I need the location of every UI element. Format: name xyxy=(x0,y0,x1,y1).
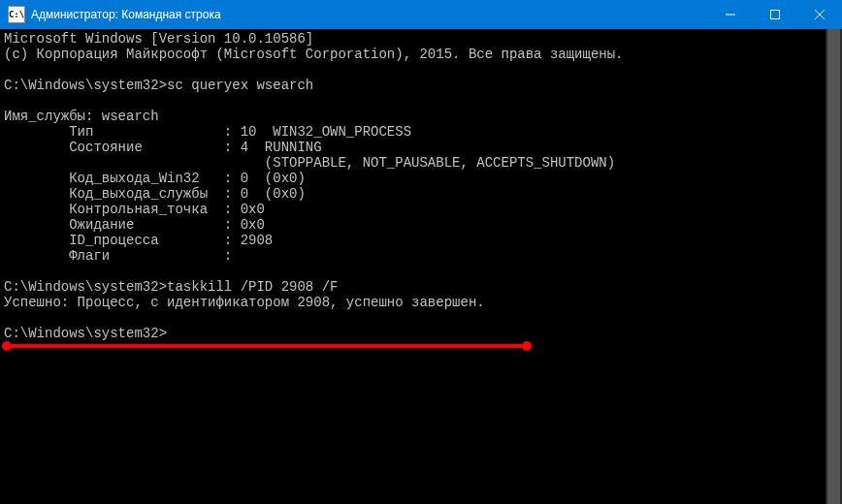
titlebar[interactable]: C:\ Администратор: Командная строка xyxy=(0,0,842,29)
line: Флаги : xyxy=(4,248,232,264)
line: Имя_службы: wsearch xyxy=(4,109,159,124)
minimize-button[interactable] xyxy=(708,0,753,29)
client-area: Microsoft Windows [Version 10.0.10586] (… xyxy=(0,29,842,504)
terminal-output[interactable]: Microsoft Windows [Version 10.0.10586] (… xyxy=(0,29,826,504)
line: Тип : 10 WIN32_OWN_PROCESS xyxy=(4,124,411,140)
line: Состояние : 4 RUNNING xyxy=(4,140,322,155)
line: Контрольная_точка : 0x0 xyxy=(4,202,265,217)
line: ID_процесса : 2908 xyxy=(4,233,273,248)
line: Ожидание : 0x0 xyxy=(4,217,265,233)
line: Успешно: Процесс, с идентификатором 2908… xyxy=(4,295,485,310)
prompt: C:\Windows\system32> xyxy=(4,78,167,93)
prompt: C:\Windows\system32> xyxy=(4,279,167,295)
line: Код_выхода_службы : 0 (0x0) xyxy=(4,186,306,202)
prompt: C:\Windows\system32> xyxy=(4,326,167,341)
highlight-dot-left xyxy=(2,341,12,351)
command: sc queryex wsearch xyxy=(167,78,313,93)
highlight-dot-right xyxy=(522,341,532,351)
highlight-underline xyxy=(7,344,527,348)
close-button[interactable] xyxy=(797,0,842,29)
svg-rect-1 xyxy=(771,11,780,19)
line: (STOPPABLE, NOT_PAUSABLE, ACCEPTS_SHUTDO… xyxy=(4,155,615,171)
window-controls xyxy=(708,0,842,29)
window-title: Администратор: Командная строка xyxy=(31,8,708,21)
command: taskkill /PID 2908 /F xyxy=(167,279,338,295)
line: (c) Корпорация Майкрософт (Microsoft Cor… xyxy=(4,47,624,62)
line: Код_выхода_Win32 : 0 (0x0) xyxy=(4,171,306,186)
app-icon: C:\ xyxy=(8,6,25,23)
line: Microsoft Windows [Version 10.0.10586] xyxy=(4,31,313,47)
maximize-button[interactable] xyxy=(753,0,797,29)
command-prompt-window: C:\ Администратор: Командная строка Micr… xyxy=(0,0,842,504)
vertical-scrollbar[interactable] xyxy=(826,29,842,504)
scrollbar-thumb[interactable] xyxy=(827,29,840,504)
